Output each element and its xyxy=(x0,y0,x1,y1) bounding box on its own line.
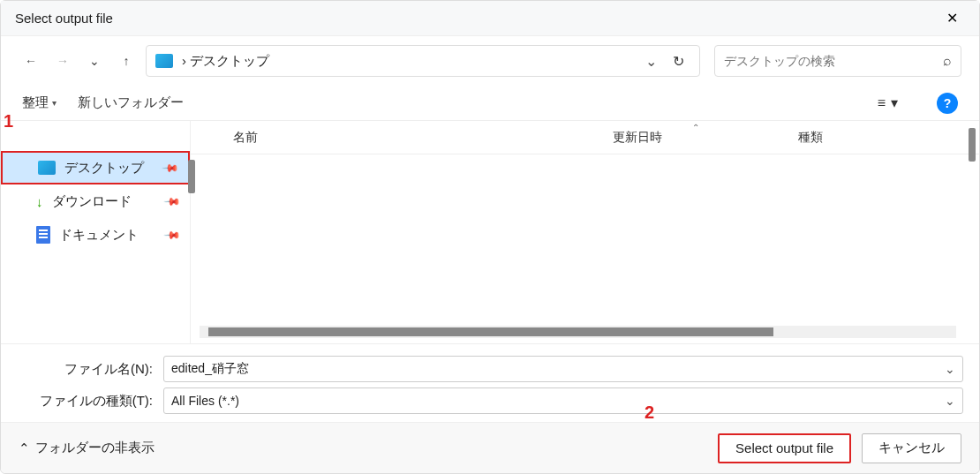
refresh-icon[interactable]: ↻ xyxy=(666,53,690,70)
scrollbar-thumb[interactable] xyxy=(208,327,773,336)
filename-label: ファイル名(N): xyxy=(17,361,158,378)
horizontal-scrollbar[interactable] xyxy=(200,326,956,338)
toolbar: 整理 ▾ 新しいフォルダー ≡ ▾ ? xyxy=(1,86,979,121)
sidebar-item-label: ドキュメント xyxy=(59,227,139,244)
file-area: 名前 更新日時 ⌃ 種類 xyxy=(191,121,979,343)
ok-button[interactable]: Select output file xyxy=(718,433,851,463)
sort-asc-icon: ⌃ xyxy=(692,123,699,132)
chevron-down-icon[interactable]: ⌄ xyxy=(645,53,657,70)
filename-value: edited_硝子窓 xyxy=(171,361,945,377)
pin-icon: 📌 xyxy=(162,159,180,177)
sidebar-item-documents[interactable]: ドキュメント 📌 xyxy=(1,218,190,252)
close-icon[interactable]: ✕ xyxy=(939,10,965,26)
filetype-label: ファイルの種類(T): xyxy=(17,393,158,410)
chevron-down-icon: ▾ xyxy=(52,98,57,108)
download-icon: ↓ xyxy=(36,194,43,209)
chevron-up-icon: ⌃ xyxy=(19,440,30,456)
breadcrumb: › デスクトップ xyxy=(182,53,637,70)
organize-label: 整理 xyxy=(22,94,49,111)
search-icon[interactable]: ⌕ xyxy=(943,53,952,69)
titlebar: Select output file ✕ xyxy=(1,1,979,36)
nav-row: ← → ⌄ ↑ › デスクトップ ⌄ ↻ ⌕ xyxy=(1,36,979,86)
column-date-label: 更新日時 xyxy=(613,130,662,144)
organize-menu[interactable]: 整理 ▾ xyxy=(22,94,57,111)
input-panel: ファイル名(N): edited_硝子窓 ⌄ ファイルの種類(T): All F… xyxy=(1,343,979,422)
search-box[interactable]: ⌕ xyxy=(714,45,961,77)
file-list[interactable] xyxy=(191,154,979,326)
vertical-scrollbar[interactable] xyxy=(969,128,976,162)
filetype-select[interactable]: All Files (*.*) ⌄ xyxy=(163,387,963,414)
annotation-1: 1 xyxy=(4,111,13,132)
address-bar[interactable]: › デスクトップ ⌄ ↻ xyxy=(146,45,700,77)
sidebar-item-desktop[interactable]: デスクトップ 📌 xyxy=(1,151,190,184)
pin-icon: 📌 xyxy=(163,226,182,245)
footer: ⌃ フォルダーの非表示 Select output file キャンセル xyxy=(1,422,979,473)
forward-icon[interactable]: → xyxy=(50,49,75,73)
sidebar-item-label: ダウンロード xyxy=(52,193,132,210)
sidebar-item-label: デスクトップ xyxy=(64,160,144,177)
view-menu[interactable]: ≡ ▾ xyxy=(878,94,898,111)
list-view-icon: ≡ xyxy=(878,95,886,111)
sidebar: デスクトップ 📌 ↓ ダウンロード 📌 ドキュメント 📌 xyxy=(1,121,191,343)
folder-toggle[interactable]: ⌃ フォルダーの非表示 xyxy=(19,440,155,456)
annotation-2: 2 xyxy=(645,403,654,423)
filename-input[interactable]: edited_硝子窓 ⌄ xyxy=(163,356,963,382)
folder-toggle-label: フォルダーの非表示 xyxy=(35,440,155,456)
chevron-down-icon[interactable]: ⌄ xyxy=(945,394,955,408)
cancel-button[interactable]: キャンセル xyxy=(862,433,961,463)
save-dialog: Select output file ✕ ← → ⌄ ↑ › デスクトップ ⌄ … xyxy=(0,0,980,474)
new-folder-button[interactable]: 新しいフォルダー xyxy=(78,94,184,111)
help-icon[interactable]: ? xyxy=(937,93,958,114)
filetype-row: ファイルの種類(T): All Files (*.*) ⌄ xyxy=(17,385,963,417)
window-title: Select output file xyxy=(15,11,939,26)
recent-dropdown-icon[interactable]: ⌄ xyxy=(82,49,107,73)
chevron-down-icon: ▾ xyxy=(891,94,898,111)
search-input[interactable] xyxy=(724,54,943,68)
up-icon[interactable]: ↑ xyxy=(114,49,139,73)
column-date[interactable]: 更新日時 ⌃ xyxy=(613,130,798,146)
pin-icon: 📌 xyxy=(163,192,182,211)
sidebar-item-downloads[interactable]: ↓ ダウンロード 📌 xyxy=(1,184,190,218)
filetype-value: All Files (*.*) xyxy=(171,394,945,408)
folder-icon xyxy=(38,161,56,175)
folder-icon xyxy=(155,54,173,68)
filename-row: ファイル名(N): edited_硝子窓 ⌄ xyxy=(17,353,963,385)
document-icon xyxy=(36,226,50,244)
body: デスクトップ 📌 ↓ ダウンロード 📌 ドキュメント 📌 名前 更新日時 ⌃ xyxy=(1,121,979,343)
chevron-down-icon[interactable]: ⌄ xyxy=(945,362,955,376)
column-name[interactable]: 名前 xyxy=(233,130,613,146)
column-type[interactable]: 種類 xyxy=(798,130,823,146)
column-headers: 名前 更新日時 ⌃ 種類 xyxy=(191,121,979,154)
back-icon[interactable]: ← xyxy=(19,49,43,73)
